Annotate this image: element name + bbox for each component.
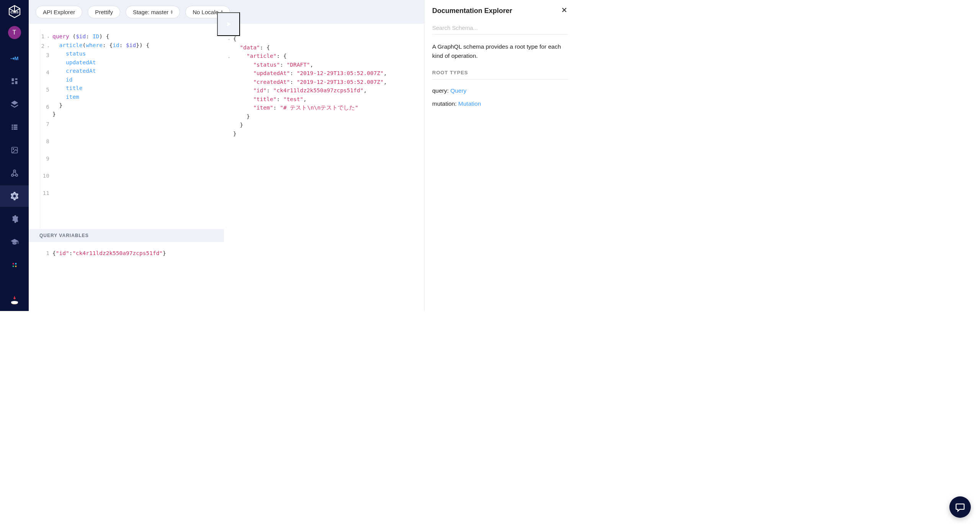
caret-icon: ▴▾ bbox=[171, 10, 173, 14]
svg-point-16 bbox=[14, 192, 15, 193]
svg-point-22 bbox=[12, 263, 14, 265]
query-code[interactable]: query ($id: ID) { article(where: {id: $i… bbox=[52, 30, 224, 229]
graphql-icon bbox=[10, 192, 19, 200]
nav-item-community[interactable] bbox=[0, 254, 29, 276]
academic-cap-icon bbox=[10, 238, 19, 246]
svg-point-15 bbox=[15, 174, 18, 177]
nav-item-master[interactable]: ⇢M bbox=[0, 47, 29, 69]
nav-item-webhooks[interactable] bbox=[0, 162, 29, 184]
svg-rect-10 bbox=[13, 128, 17, 129]
gear-icon bbox=[10, 215, 19, 223]
sidebar: CMS T ⇢M bbox=[0, 0, 29, 311]
result-code: { "data": { "article": { "status": "DRAF… bbox=[232, 32, 424, 311]
root-types-heading: ROOT TYPES bbox=[432, 70, 568, 80]
result-gutter: ▾ ▾ bbox=[224, 32, 232, 311]
svg-rect-6 bbox=[13, 124, 17, 126]
close-icon bbox=[560, 6, 568, 14]
stage-label: Stage: master bbox=[133, 9, 168, 15]
svg-point-14 bbox=[11, 174, 13, 177]
schema-search-input[interactable] bbox=[432, 21, 568, 34]
svg-point-19 bbox=[14, 199, 15, 200]
docs-title: Documentation Explorer bbox=[432, 7, 512, 15]
layers-icon bbox=[10, 100, 19, 108]
stage-select[interactable]: Stage: master▴▾ bbox=[126, 6, 180, 18]
svg-point-24 bbox=[12, 265, 14, 267]
docs-close-button[interactable] bbox=[560, 6, 568, 15]
docs-panel: Documentation Explorer A GraphQL schema … bbox=[424, 0, 576, 311]
mutation-type-link[interactable]: Mutation bbox=[458, 100, 481, 107]
svg-text:CMS: CMS bbox=[10, 10, 19, 14]
svg-rect-28 bbox=[14, 296, 15, 298]
vars-code[interactable]: {"id":"ck4r11ldz2k550a97zcps51fd"} bbox=[52, 247, 224, 311]
svg-point-18 bbox=[16, 197, 18, 198]
docs-search bbox=[432, 21, 568, 34]
query-variables-header[interactable]: QUERY VARIABLES bbox=[29, 229, 224, 242]
slack-icon bbox=[11, 261, 18, 269]
svg-rect-4 bbox=[11, 82, 14, 84]
svg-point-23 bbox=[15, 263, 16, 265]
play-icon bbox=[225, 20, 232, 28]
svg-rect-3 bbox=[15, 81, 17, 84]
nav-item-api-playground[interactable] bbox=[0, 185, 29, 207]
svg-point-17 bbox=[16, 194, 18, 195]
root-type-mutation: mutation: Mutation bbox=[432, 97, 568, 110]
svg-rect-2 bbox=[15, 79, 17, 80]
image-icon bbox=[11, 146, 18, 154]
locale-label: No Locale bbox=[193, 9, 219, 15]
vars-gutter: 1 bbox=[40, 247, 52, 311]
query-gutter: 1 ▾2 ▾3 4 5 6 7 8 9 10 11 bbox=[40, 30, 52, 229]
svg-rect-7 bbox=[11, 126, 13, 128]
api-explorer-button[interactable]: API Explorer bbox=[36, 6, 82, 18]
dashboard-icon bbox=[11, 77, 18, 85]
svg-rect-9 bbox=[11, 128, 13, 129]
svg-rect-1 bbox=[11, 79, 14, 82]
svg-point-20 bbox=[11, 197, 12, 198]
query-variables-editor[interactable]: 1 {"id":"ck4r11ldz2k550a97zcps51fd"} bbox=[29, 242, 224, 311]
nav-item-schema[interactable] bbox=[0, 93, 29, 115]
nav-item-settings[interactable] bbox=[0, 208, 29, 230]
result-panel: ▾ ▾ { "data": { "article": { "status": "… bbox=[224, 24, 424, 311]
nav-item-assets[interactable] bbox=[0, 139, 29, 161]
root-type-query: query: Query bbox=[432, 84, 568, 97]
cms-logo[interactable]: CMS bbox=[6, 4, 23, 21]
docs-header: Documentation Explorer bbox=[425, 0, 576, 20]
svg-rect-8 bbox=[13, 126, 17, 128]
main-area: API Explorer Prettify Stage: master▴▾ No… bbox=[29, 0, 424, 311]
webhook-icon bbox=[10, 169, 19, 177]
query-type-link[interactable]: Query bbox=[450, 87, 466, 94]
prettify-button[interactable]: Prettify bbox=[88, 6, 120, 18]
svg-point-12 bbox=[13, 149, 14, 150]
list-icon bbox=[11, 123, 18, 131]
nav-item-content[interactable] bbox=[0, 116, 29, 138]
cake-icon bbox=[9, 295, 20, 306]
svg-point-25 bbox=[15, 265, 16, 267]
svg-rect-5 bbox=[11, 124, 13, 126]
run-query-button[interactable] bbox=[217, 12, 240, 36]
user-avatar[interactable]: T bbox=[8, 26, 21, 39]
root-types-list: query: Query mutation: Mutation bbox=[425, 80, 576, 115]
docs-description: A GraphQL schema provides a root type fo… bbox=[425, 40, 576, 67]
query-editor[interactable]: 1 ▾2 ▾3 4 5 6 7 8 9 10 11 query ($id: ID… bbox=[40, 30, 224, 229]
nav-item-feedback[interactable] bbox=[7, 293, 22, 308]
nav-item-dashboard[interactable] bbox=[0, 70, 29, 92]
nav-item-learn[interactable] bbox=[0, 231, 29, 253]
svg-point-21 bbox=[11, 194, 12, 195]
query-column: 1 ▾2 ▾3 4 5 6 7 8 9 10 11 query ($id: ID… bbox=[29, 24, 224, 311]
